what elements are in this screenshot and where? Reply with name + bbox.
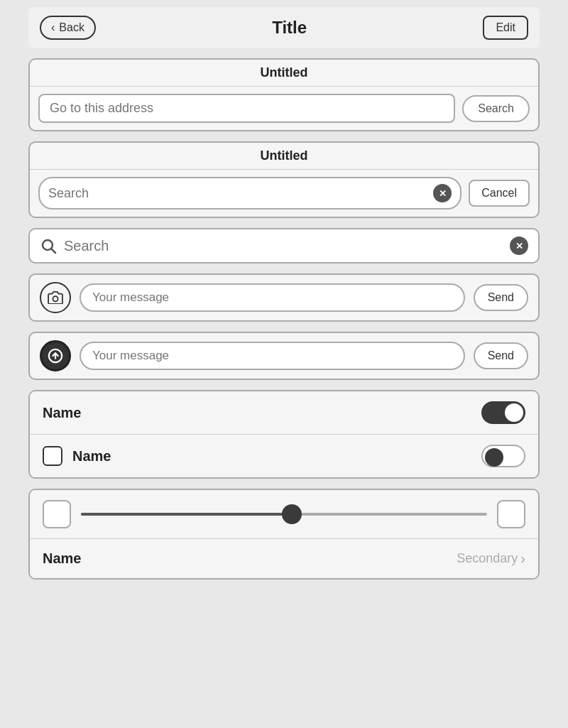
chevron-right-icon: › [520,550,525,567]
slider-fill [81,513,292,516]
edit-button[interactable]: Edit [483,16,528,40]
toggle-row-2-name: Name [43,446,111,466]
cancel-button[interactable]: Cancel [469,180,530,207]
toggle-switch-2[interactable] [481,445,525,467]
toggle-switch-1[interactable] [481,401,525,424]
standalone-search-bar [28,228,540,264]
address-panel: Untitled Search [28,58,540,131]
back-label: Back [59,21,84,34]
list-row: Name Secondary › [30,538,538,578]
nav-bar: ‹ Back Title Edit [28,7,540,48]
slider-icon-right [497,500,525,528]
back-chevron-icon: ‹ [51,21,55,34]
address-input[interactable] [38,94,455,123]
message-input-upload[interactable] [80,342,465,370]
search-cancel-input[interactable] [48,186,427,201]
toggle-knob-1 [505,403,523,422]
slider-row [30,490,538,538]
search-icon [40,237,57,254]
list-row-name: Name [43,550,81,567]
checkbox[interactable] [43,446,62,466]
address-panel-body: Search [30,87,538,130]
search-input-wrap [38,177,462,210]
address-panel-title: Untitled [30,60,538,87]
slider-thumb[interactable] [282,504,302,524]
standalone-clear-icon[interactable] [510,237,528,255]
search-cancel-panel-title: Untitled [30,143,538,170]
list-row-secondary-wrap[interactable]: Secondary › [457,550,525,567]
message-bar-upload: Send [28,332,540,380]
search-cancel-panel: Untitled Cancel [28,141,540,218]
camera-icon[interactable] [40,282,71,313]
toggle-row-1-name: Name [43,405,81,421]
slider-icon-left [43,500,71,528]
search-pill-button[interactable]: Search [462,95,530,122]
toggle-knob-2 [485,448,503,467]
svg-line-1 [52,249,56,254]
slider-track-wrap [81,513,487,516]
slider-section: Name Secondary › [28,489,540,580]
clear-icon[interactable] [433,184,452,202]
list-row-secondary-text: Secondary [457,551,518,566]
page-title: Title [272,18,307,38]
toggle-section: Name Name [28,390,540,479]
search-cancel-panel-body: Cancel [30,170,538,217]
message-bar-camera: Send [28,273,540,322]
svg-point-2 [53,296,58,301]
toggle-row-1: Name [30,391,538,434]
upload-icon[interactable] [40,340,71,371]
back-button[interactable]: ‹ Back [40,16,96,40]
message-input-camera[interactable] [80,283,465,312]
standalone-search-input[interactable] [64,238,503,254]
send-button-camera[interactable]: Send [474,284,528,311]
toggle-row-2: Name [30,434,538,477]
send-button-upload[interactable]: Send [474,342,528,369]
